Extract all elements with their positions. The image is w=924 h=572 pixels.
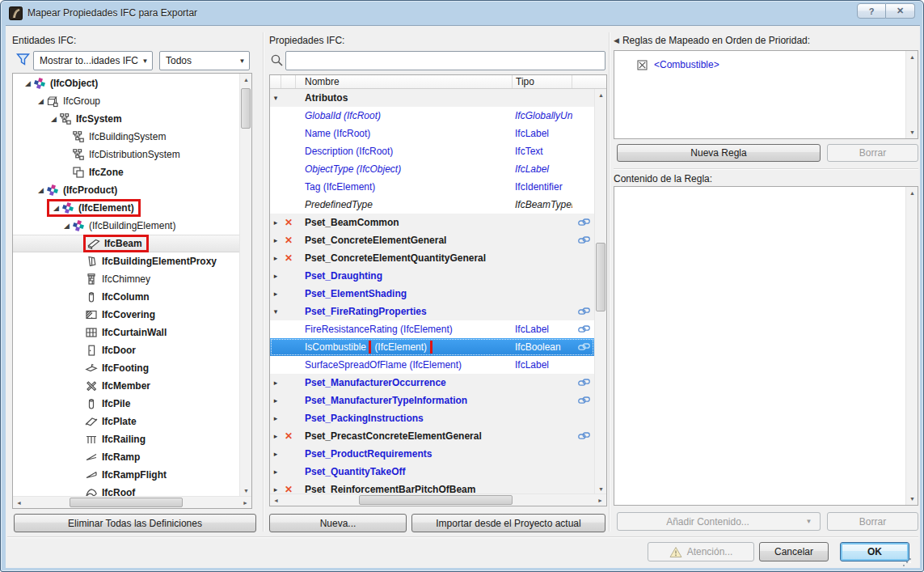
expand-group-icon[interactable]: ▸ — [270, 254, 281, 262]
expand-group-icon[interactable]: ▸ — [270, 290, 281, 298]
scroll-up-icon[interactable]: ▲ — [595, 89, 607, 101]
import-from-project-button[interactable]: Importar desde el Proyecto actual — [411, 514, 605, 532]
pset-row[interactable]: ▸Pset_ProductRequirements — [270, 445, 594, 463]
expand-group-icon[interactable]: ▸ — [270, 236, 281, 244]
expand-group-icon[interactable]: ▸ — [270, 272, 281, 280]
pset-row[interactable]: ▸Pset_ManufacturerTypeInformation — [270, 392, 594, 409]
collapse-group-icon[interactable]: ▾ — [270, 307, 281, 316]
tree-item[interactable]: IfcPlate — [13, 413, 239, 430]
tree-item[interactable]: IfcBuildingElementProxy — [13, 252, 239, 270]
header-nombre[interactable]: Nombre — [296, 75, 513, 88]
expand-group-icon[interactable]: ▸ — [270, 396, 281, 405]
property-row[interactable]: Description (IfcRoot)IfcText — [270, 142, 594, 160]
scroll-right-icon[interactable]: ► — [594, 494, 606, 506]
pset-row[interactable]: ▸Pset_Draughting — [270, 267, 594, 285]
tree-hscroll-thumb[interactable] — [70, 498, 183, 507]
pset-row[interactable]: ▸Pset_QuantityTakeOff — [270, 463, 594, 481]
tree-item[interactable]: IfcDistributionSystem — [13, 146, 239, 163]
tree-item[interactable]: IfcRamp — [13, 448, 239, 466]
tree-item[interactable]: IfcCovering — [13, 306, 239, 324]
scroll-up-icon[interactable]: ▲ — [906, 51, 918, 63]
collapse-node-icon[interactable]: ◢ — [36, 187, 46, 194]
property-row[interactable]: Name (IfcRoot)IfcLabel — [270, 125, 594, 142]
close-button[interactable]: ✕ — [886, 3, 915, 19]
pset-row[interactable]: ▸Pset_PackingInstructions — [270, 409, 594, 427]
properties-search-input[interactable] — [285, 51, 605, 70]
tree-item[interactable]: IfcPile — [13, 395, 239, 413]
tree-item[interactable]: ◢(IfcElement) — [13, 199, 239, 217]
delete-rule-button[interactable]: Borrar — [827, 144, 918, 162]
scroll-right-icon[interactable]: ► — [239, 497, 251, 509]
rules-scrollbar[interactable]: ▲ ▼ — [905, 51, 918, 138]
property-row[interactable]: IsCombustible (IfcElement)IfcBoolean — [270, 338, 594, 356]
attributes-group-row[interactable]: ▾Atributos — [270, 89, 594, 107]
delete-content-button[interactable]: Borrar — [827, 512, 918, 531]
scroll-up-icon[interactable]: ▲ — [906, 187, 918, 199]
expand-group-icon[interactable]: ▸ — [270, 468, 281, 476]
expand-group-icon[interactable]: ▸ — [270, 450, 281, 458]
scroll-left-icon[interactable]: ◄ — [270, 494, 282, 506]
tree-item[interactable]: ◢(IfcBuildingElement) — [13, 217, 239, 235]
properties-hscroll-thumb[interactable] — [359, 495, 513, 505]
help-button[interactable]: ? — [857, 3, 886, 19]
tree-item[interactable]: ◢IfcGroup — [13, 92, 239, 110]
properties-vscroll-thumb[interactable] — [596, 243, 605, 311]
property-row[interactable]: Tag (IfcElement)IfcIdentifier — [270, 178, 594, 196]
new-rule-button[interactable]: Nueva Regla — [617, 144, 821, 162]
rule-item[interactable]: <Combustible> — [614, 57, 905, 72]
add-content-dropdown-arrow[interactable]: ▼ — [798, 512, 821, 531]
pset-row[interactable]: ▸✕Pset_BeamCommon — [270, 214, 594, 231]
scroll-down-icon[interactable]: ▼ — [906, 493, 918, 505]
scroll-left-icon[interactable]: ◄ — [13, 497, 25, 509]
properties-vertical-scrollbar[interactable]: ▲ ▼ — [594, 89, 606, 495]
tree-item[interactable]: IfcRampFlight — [13, 466, 239, 484]
cancel-button[interactable]: Cancelar — [759, 542, 829, 561]
property-row[interactable]: SurfaceSpreadOfFlame (IfcElement)IfcLabe… — [270, 356, 594, 374]
pset-row[interactable]: ▸✕Pset_ConcreteElementGeneral — [270, 231, 594, 249]
tree-item[interactable]: IfcZone — [13, 163, 239, 181]
properties-table-header[interactable]: Nombre Tipo — [270, 75, 606, 89]
attention-button[interactable]: Atención... — [648, 542, 754, 561]
expand-group-icon[interactable]: ▸ — [270, 379, 281, 387]
tree-item[interactable]: IfcColumn — [13, 288, 239, 306]
collapse-node-icon[interactable]: ◢ — [61, 222, 72, 230]
rule-content-scrollbar[interactable]: ▲ ▼ — [905, 187, 918, 505]
tree-item[interactable]: IfcCurtainWall — [13, 324, 239, 341]
tree-vscroll-thumb[interactable] — [241, 88, 251, 129]
tree-horizontal-scrollbar[interactable]: ◄ ► — [13, 496, 251, 508]
pset-row[interactable]: ▸✕Pset_ConcreteElementQuantityGeneral — [270, 249, 594, 267]
tree-item[interactable]: IfcFooting — [13, 359, 239, 377]
expand-group-icon[interactable]: ▸ — [270, 414, 281, 422]
property-row[interactable]: ObjectType (IfcObject)IfcLabel — [270, 160, 594, 178]
tree-item[interactable]: IfcBeam — [13, 235, 239, 252]
collapse-node-icon[interactable]: ◢ — [23, 80, 33, 87]
scroll-down-icon[interactable]: ▼ — [240, 485, 252, 497]
entity-filter-dropdown[interactable]: Mostrar to...idades IFC ▼ — [33, 51, 153, 70]
tree-item[interactable]: ◢IfcSystem — [13, 110, 239, 128]
pset-row[interactable]: ▾Pset_FireRatingProperties — [270, 303, 594, 320]
tree-item[interactable]: ◢(IfcObject) — [13, 74, 239, 92]
collapse-group-icon[interactable]: ▾ — [270, 94, 281, 102]
property-row[interactable]: PredefinedTypeIfcBeamTypeEn... — [270, 196, 594, 214]
tree-item[interactable]: IfcRoof — [13, 484, 239, 497]
tree-item[interactable]: IfcChimney — [13, 270, 239, 288]
expand-group-icon[interactable]: ▸ — [270, 485, 281, 494]
expand-group-icon[interactable]: ▸ — [270, 432, 281, 440]
header-tipo[interactable]: Tipo — [513, 75, 572, 88]
delete-all-definitions-button[interactable]: Eliminar Todas las Definiciones — [14, 514, 256, 532]
add-content-button[interactable]: Añadir Contenido... — [617, 512, 799, 531]
tree-item[interactable]: IfcBuildingSystem — [13, 128, 239, 146]
properties-horizontal-scrollbar[interactable]: ◄ ► — [270, 494, 606, 506]
collapse-node-icon[interactable]: ◢ — [36, 98, 46, 105]
property-row[interactable]: FireResistanceRating (IfcElement)IfcLabe… — [270, 320, 594, 338]
collapse-node-icon[interactable]: ◢ — [49, 116, 59, 123]
pset-row[interactable]: ▸✕Pset_PrecastConcreteElementGeneral — [270, 427, 594, 445]
pset-row[interactable]: ▸Pset_ManufacturerOccurrence — [270, 374, 594, 392]
tree-item[interactable]: IfcRailing — [13, 430, 239, 448]
new-property-button[interactable]: Nueva... — [269, 514, 407, 532]
tree-item[interactable]: IfcMember — [13, 377, 239, 395]
tree-item[interactable]: IfcDoor — [13, 341, 239, 359]
scroll-down-icon[interactable]: ▼ — [906, 126, 918, 138]
tree-item[interactable]: ◢(IfcProduct) — [13, 181, 239, 199]
ok-button[interactable]: OK — [840, 542, 909, 561]
